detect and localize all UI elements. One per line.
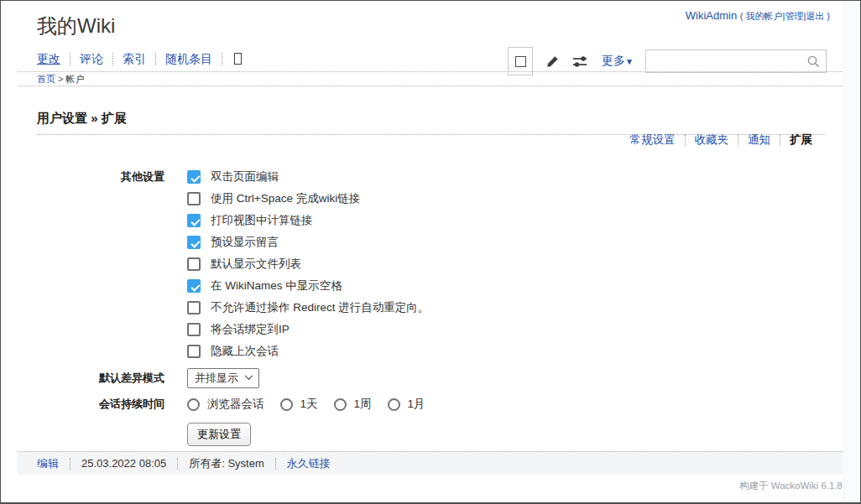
nav-link-index[interactable]: 索引	[123, 52, 146, 65]
wiki-page: WikiAdmin ( 我的帐户|管理|退出 ) 我的Wiki 更改 评论 索引…	[0, 0, 861, 504]
checkbox-label[interactable]: 将会话绑定到IP	[211, 322, 290, 337]
nav-link-random[interactable]: 随机条目	[165, 52, 212, 65]
right-gutter	[843, 1, 860, 502]
diff-mode-selected-value: 并排显示	[195, 371, 238, 386]
edit-button[interactable]	[545, 55, 560, 69]
checkbox-label[interactable]: 默认显示文件列表	[211, 257, 301, 272]
radio-option-1-month[interactable]: 1月	[388, 397, 425, 412]
breadcrumb-current: 帐户	[66, 74, 85, 84]
search-box	[645, 49, 827, 73]
checkbox-show-files[interactable]	[187, 257, 201, 271]
checkbox-label[interactable]: 双击页面编辑	[211, 169, 279, 184]
caret-down-icon: ▼	[625, 57, 634, 66]
more-menu-button[interactable]: 更多▼	[602, 54, 634, 69]
other-settings-label: 其他设置	[37, 169, 164, 184]
setting-row: 在 WikiNames 中显示空格	[37, 275, 441, 297]
checkbox-hide-last-session[interactable]	[187, 345, 201, 358]
permalink-link[interactable]: 永久链接	[287, 457, 331, 470]
search-input[interactable]	[645, 49, 827, 73]
breadcrumb: 首页 > 帐户	[18, 71, 843, 86]
tab-notifications[interactable]: 通知	[738, 134, 780, 146]
select-page-icon	[515, 56, 526, 67]
diff-mode-label: 默认差异模式	[37, 371, 164, 386]
user-profile-link[interactable]: WikiAdmin	[686, 9, 737, 22]
page-meta-footer: 编辑 25.03.2022 08:05 所有者: System 永久链接	[18, 451, 843, 475]
paren: )	[824, 11, 830, 21]
setting-row: 不允许通过操作 Redirect 进行自动重定向。	[37, 297, 441, 319]
diff-mode-select[interactable]: 并排显示	[187, 368, 259, 388]
radio-label: 1月	[408, 397, 425, 412]
setting-row: 打印视图中计算链接	[37, 210, 441, 231]
breadcrumb-home-link[interactable]: 首页	[37, 74, 55, 84]
setting-row: 预设显示留言	[37, 231, 441, 253]
nav-item: 评论	[80, 53, 113, 65]
update-settings-button[interactable]: 更新设置	[187, 423, 251, 446]
radio-option-1-day[interactable]: 1天	[280, 397, 318, 412]
radio-label: 1天	[300, 397, 318, 412]
admin-link[interactable]: 管理	[785, 11, 803, 21]
radio-label: 1周	[354, 397, 372, 412]
logout-link[interactable]: 退出	[806, 11, 824, 21]
setting-row: 默认差异模式 并排显示	[37, 365, 441, 392]
footer-timestamp: 25.03.2022 08:05	[81, 458, 178, 470]
checkbox-show-comments[interactable]	[187, 236, 201, 249]
tab-extensions[interactable]: 扩展	[780, 134, 812, 146]
settings-tabs: 常规设置 收藏夹 通知 扩展	[621, 134, 813, 146]
tab-general-settings[interactable]: 常规设置	[621, 134, 686, 146]
checkbox-label[interactable]: 使用 Ctrl+Space 完成wiki链接	[211, 191, 360, 206]
checkbox-ctrl-space[interactable]	[187, 192, 201, 205]
radio-button[interactable]	[280, 398, 293, 411]
checkbox-label[interactable]: 在 WikiNames 中显示空格	[211, 278, 342, 294]
checkbox-double-click-edit[interactable]	[187, 170, 201, 184]
checkbox-label[interactable]: 不允许通过操作 Redirect 进行自动重定向。	[211, 300, 429, 315]
radio-button[interactable]	[187, 398, 200, 411]
search-icon[interactable]	[806, 55, 821, 69]
nav-item: 更改	[37, 53, 70, 65]
setting-row: 使用 Ctrl+Space 完成wiki链接	[37, 188, 441, 210]
page-title: 用户设置 » 扩展	[37, 111, 826, 135]
user-bar: WikiAdmin ( 我的帐户|管理|退出 )	[686, 9, 830, 23]
radio-option-1-week[interactable]: 1周	[334, 397, 372, 412]
missing-glyph-icon	[234, 53, 242, 65]
nav-item: 随机条目	[165, 53, 222, 65]
session-duration-label: 会话持续时间	[37, 397, 164, 412]
radio-button[interactable]	[334, 398, 347, 411]
my-account-link[interactable]: 我的帐户	[746, 11, 783, 21]
tab-bookmarks[interactable]: 收藏夹	[686, 134, 739, 146]
setting-row: 默认显示文件列表	[37, 253, 441, 275]
checkbox-label[interactable]: 打印视图中计算链接	[211, 213, 313, 228]
checkbox-no-redirect[interactable]	[187, 301, 201, 314]
paren: (	[740, 11, 746, 21]
page-nav: 更改 评论 索引 随机条目	[37, 50, 242, 67]
nav-item: 索引	[123, 53, 156, 65]
setting-row: 会话持续时间 浏览器会话 1天 1周 1月	[37, 392, 441, 417]
chevron-down-icon	[245, 372, 253, 380]
sliders-icon	[572, 55, 588, 68]
footer-item: 编辑	[37, 458, 70, 470]
footer-owner: 所有者: System	[189, 458, 276, 470]
radio-option-browser-session[interactable]: 浏览器会话	[187, 397, 264, 412]
pencil-icon	[545, 55, 560, 69]
setting-row: 其他设置 双击页面编辑	[37, 166, 441, 188]
nav-link-comments[interactable]: 评论	[80, 52, 103, 65]
setting-row: 隐藏上次会话	[37, 340, 441, 362]
settings-button[interactable]	[572, 55, 588, 68]
footer-item: 永久链接	[287, 458, 342, 470]
site-title[interactable]: 我的Wiki	[37, 13, 115, 39]
checkbox-wikinames-spaces[interactable]	[187, 279, 201, 293]
settings-form: 其他设置 双击页面编辑 使用 Ctrl+Space 完成wiki链接 打印视图中…	[37, 166, 441, 446]
setting-row: 将会话绑定到IP	[37, 319, 441, 340]
setting-row: 更新设置	[37, 423, 441, 446]
build-info: 构建于 WackoWiki 6.1.8	[739, 480, 843, 492]
nav-link-changes[interactable]: 更改	[37, 52, 60, 65]
breadcrumb-separator: >	[58, 74, 63, 84]
radio-button[interactable]	[388, 398, 400, 411]
checkbox-bind-session-ip[interactable]	[187, 323, 201, 336]
checkbox-label[interactable]: 预设显示留言	[211, 235, 279, 250]
checkbox-label[interactable]: 隐藏上次会话	[211, 344, 279, 359]
radio-label: 浏览器会话	[207, 397, 264, 412]
checkbox-print-links[interactable]	[187, 214, 201, 227]
edit-link[interactable]: 编辑	[37, 457, 59, 470]
